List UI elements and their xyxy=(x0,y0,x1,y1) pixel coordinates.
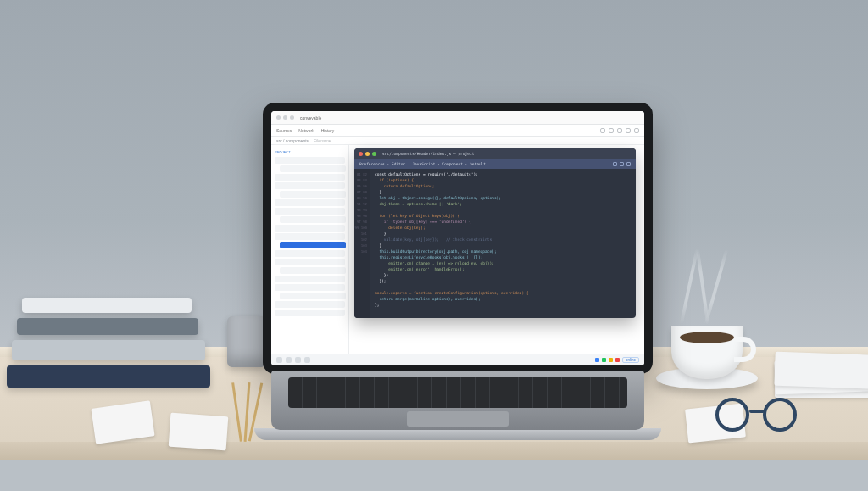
sidebar-item[interactable] xyxy=(280,216,346,223)
book-stack xyxy=(7,293,210,388)
laptop-trackpad xyxy=(407,411,509,427)
laptop: conveyable Sources Network History sr xyxy=(254,103,661,440)
sidebar-item[interactable] xyxy=(275,310,345,316)
coffee-cup xyxy=(671,326,743,379)
sidebar-item[interactable] xyxy=(275,182,345,189)
book xyxy=(7,365,210,388)
toolbar-icon-group xyxy=(600,128,639,133)
status-badge[interactable]: online xyxy=(622,357,639,363)
sidebar-item[interactable] xyxy=(275,284,345,291)
sidebar-item[interactable] xyxy=(275,225,345,232)
settings-icon[interactable] xyxy=(617,128,622,133)
laptop-keyboard xyxy=(288,377,627,408)
sidebar-item[interactable] xyxy=(275,174,345,181)
editor-titlebar: src/components/Header/index.js — project xyxy=(354,148,636,159)
search-icon[interactable] xyxy=(600,128,605,133)
tray-icon[interactable] xyxy=(595,358,599,362)
sidebar-item[interactable] xyxy=(275,259,345,265)
split-icon[interactable] xyxy=(613,162,617,166)
code-editor-window: src/components/Header/index.js — project… xyxy=(354,148,636,318)
app-body: PROJECT src/components/Header/index.js —… xyxy=(271,145,644,354)
file-tree-sidebar[interactable]: PROJECT xyxy=(271,145,349,354)
laptop-screen-bezel: conveyable Sources Network History sr xyxy=(263,103,653,374)
editor-tabbar: Preferences · Editor · JavaScript · Comp… xyxy=(354,159,636,169)
maximize-icon[interactable] xyxy=(372,152,376,156)
editor-body[interactable]: 81 82 83 84 85 86 87 88 89 90 91 92 93 9… xyxy=(354,169,636,318)
line-number-gutter: 81 82 83 84 85 86 87 88 89 90 91 92 93 9… xyxy=(354,169,370,318)
start-icon[interactable] xyxy=(276,357,282,363)
more-icon[interactable] xyxy=(634,128,639,133)
close-tab-icon[interactable] xyxy=(626,162,631,166)
window-control-icon[interactable] xyxy=(276,115,281,120)
app-titlebar: conveyable xyxy=(271,111,644,125)
book xyxy=(12,340,205,360)
scene-photo: conveyable Sources Network History sr xyxy=(0,0,868,491)
sidebar-item[interactable] xyxy=(275,250,345,257)
breadcrumb[interactable]: src / components xyxy=(276,138,309,143)
sidebar-item[interactable] xyxy=(275,157,345,164)
main-pane: src/components/Header/index.js — project… xyxy=(349,145,644,354)
app-icon[interactable] xyxy=(304,357,310,363)
sidebar-header: PROJECT xyxy=(275,150,345,155)
tray-icon[interactable] xyxy=(609,358,613,362)
app-title: conveyable xyxy=(300,115,321,120)
toolbar-item[interactable]: Network xyxy=(298,128,314,133)
tray-icon[interactable] xyxy=(615,358,620,362)
sidebar-item[interactable] xyxy=(280,267,346,274)
sidebar-item[interactable] xyxy=(275,233,345,240)
gear-icon[interactable] xyxy=(620,162,624,166)
app-icon[interactable] xyxy=(286,357,292,363)
close-icon[interactable] xyxy=(359,152,363,156)
sidebar-item[interactable] xyxy=(280,242,346,248)
below-desk-shadow xyxy=(0,460,868,491)
os-taskbar: online xyxy=(271,354,644,365)
sidebar-item[interactable] xyxy=(275,301,345,308)
app-toolbar: Sources Network History xyxy=(271,125,644,137)
app-icon[interactable] xyxy=(295,357,301,363)
sidebar-item[interactable] xyxy=(280,191,346,198)
tab-hint: Filename xyxy=(314,138,331,143)
refresh-icon[interactable] xyxy=(609,128,614,133)
laptop-screen: conveyable Sources Network History sr xyxy=(271,111,644,365)
toolbar-item[interactable]: Sources xyxy=(276,128,292,133)
eyeglasses xyxy=(715,398,809,432)
window-control-icon[interactable] xyxy=(283,115,287,120)
book xyxy=(17,318,198,335)
code-area[interactable]: const defaultOptions = require('./defaul… xyxy=(370,169,636,318)
window-control-icon[interactable] xyxy=(290,115,294,120)
laptop-keyboard-deck xyxy=(271,371,644,430)
desk-edge xyxy=(0,442,868,460)
breadcrumb-bar: src / components Filename xyxy=(271,137,644,145)
laptop-base-lip xyxy=(254,428,661,440)
coffee-steam xyxy=(683,248,726,325)
book xyxy=(22,298,192,313)
paper-card xyxy=(169,413,229,451)
minimize-icon[interactable] xyxy=(365,152,370,156)
sidebar-item[interactable] xyxy=(280,165,346,172)
editor-title: src/components/Header/index.js — project xyxy=(382,152,474,156)
tray-icon[interactable] xyxy=(602,358,606,362)
user-icon[interactable] xyxy=(626,128,631,133)
sidebar-item[interactable] xyxy=(275,276,345,282)
sidebar-item[interactable] xyxy=(275,208,345,215)
editor-tab-label[interactable]: Preferences · Editor · JavaScript · Comp… xyxy=(359,162,486,166)
sidebar-item[interactable] xyxy=(280,293,346,299)
sidebar-item[interactable] xyxy=(275,199,345,206)
toolbar-item[interactable]: History xyxy=(321,128,335,133)
paper-stack xyxy=(775,357,868,398)
